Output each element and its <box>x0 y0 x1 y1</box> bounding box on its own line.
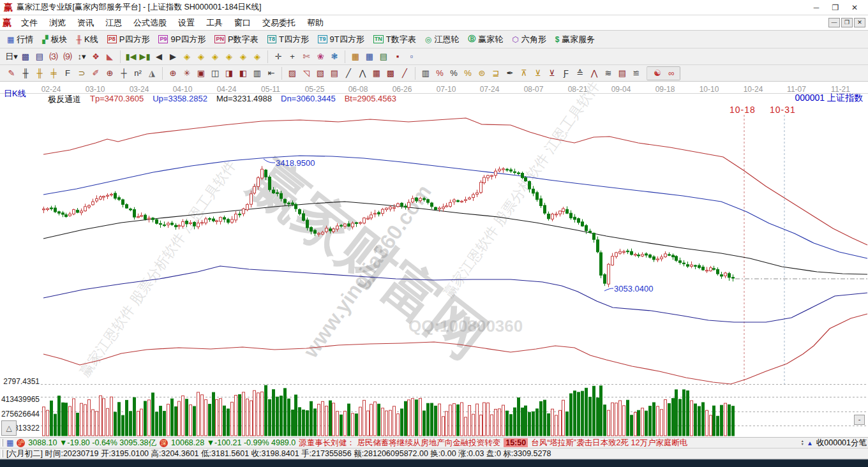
menu-6[interactable]: 设置 <box>172 16 200 30</box>
peak-tool-icon[interactable]: ⋀ <box>587 67 601 80</box>
trend-line-icon[interactable]: ╱ <box>341 67 355 80</box>
menu-4[interactable]: 江恩 <box>100 16 128 30</box>
spiral-icon[interactable]: ⊃ <box>75 67 89 80</box>
pen-icon[interactable]: ✐ <box>89 67 103 80</box>
brush-icon[interactable]: ✎ <box>4 67 19 80</box>
multi-window-icon[interactable]: ▩ <box>19 50 33 63</box>
ma9-icon[interactable]: ⑼ <box>61 50 75 63</box>
minimize-icon[interactable]: ─ <box>807 3 826 12</box>
gann-diamond-left-icon[interactable]: ◈ <box>180 50 194 63</box>
square-grid-icon[interactable]: ▦ <box>370 67 384 80</box>
market-quotes-button[interactable]: ▦行情 <box>3 32 38 47</box>
gold-circle-icon[interactable]: ⊜ <box>475 67 489 80</box>
kline-chart[interactable] <box>0 82 868 438</box>
square-number-icon[interactable]: n² <box>131 67 145 80</box>
pattern-brain-icon[interactable]: ❃ <box>327 50 341 63</box>
dense-grid-icon[interactable]: ▩ <box>384 67 398 80</box>
color-volume-icon[interactable]: ◣ <box>103 50 117 63</box>
gann-star-icon[interactable]: ✳ <box>180 67 194 80</box>
band-box-icon[interactable]: ▤ <box>327 67 341 80</box>
export-icon[interactable]: ▫ <box>405 50 419 63</box>
gann-diamond-grid-icon[interactable]: ◈ <box>250 50 264 63</box>
menu-3[interactable]: 资讯 <box>71 16 100 30</box>
circle-cross-icon[interactable]: ⊕ <box>103 67 117 80</box>
flag-icon[interactable]: ◮ <box>145 67 159 80</box>
congruent-icon[interactable]: ≌ <box>629 67 643 80</box>
gann-diamond-right-icon[interactable]: ◈ <box>194 50 208 63</box>
close-icon[interactable]: ✕ <box>845 3 864 12</box>
menu-1[interactable]: 文件 <box>15 16 43 30</box>
menu-7[interactable]: 工具 <box>200 16 228 30</box>
gann-circle-icon[interactable]: ⊕ <box>166 67 180 80</box>
ray-line-icon[interactable]: ╱ <box>398 67 412 80</box>
gann-box-icon[interactable]: ▣ <box>194 67 208 80</box>
t-square-button[interactable]: T8T四方形 <box>263 32 313 47</box>
gann-wheel-button[interactable]: ◎江恩轮 <box>421 32 463 47</box>
rose-tool-icon[interactable]: ❀ <box>313 50 327 63</box>
child-minimize-icon[interactable]: — <box>828 18 840 27</box>
extend-left-icon[interactable]: ⇤ <box>264 67 278 80</box>
ruler-grid-icon[interactable]: ▥ <box>250 67 264 80</box>
menu-5[interactable]: 公式选股 <box>128 16 172 30</box>
collapse-panel-button[interactable]: △ <box>1 420 17 436</box>
nine-t-square-button[interactable]: T99T四方形 <box>313 32 369 47</box>
prev-bar-icon[interactable]: ◀ <box>152 50 166 63</box>
save-icon[interactable]: ▪ <box>391 50 405 63</box>
measure-icon[interactable]: ✄ <box>299 50 313 63</box>
ladder-icon[interactable]: ▤ <box>615 67 629 80</box>
fan-lines-icon[interactable]: ◹ <box>299 67 313 80</box>
cross-grid-icon[interactable]: ┼ <box>117 67 131 80</box>
menu-10[interactable]: 帮助 <box>301 16 329 30</box>
p-number-table-button[interactable]: PNP数字表 <box>210 32 262 47</box>
first-bar-icon[interactable]: ▮◀ <box>124 50 138 63</box>
calendar-icon[interactable]: ▦ <box>348 50 363 63</box>
gold-box-icon[interactable]: ⊒ <box>489 67 503 80</box>
gann-diamond-vertical-icon[interactable]: ◈ <box>236 50 250 63</box>
notepad-icon[interactable]: ▤ <box>377 50 391 63</box>
zigzag-icon[interactable]: ⋀ <box>355 67 370 80</box>
bar-style-dropdown[interactable]: ↕▾ <box>75 50 89 63</box>
win-grid-icon[interactable]: ◧ <box>236 67 250 80</box>
calculator-icon[interactable]: ▦ <box>363 50 377 63</box>
winner-service-button[interactable]: $赢家服务 <box>551 32 600 47</box>
ticker-scroll-spinner[interactable]: ▴▾ <box>802 440 804 446</box>
shen-grid-icon[interactable]: ◨ <box>222 67 236 80</box>
child-close-icon[interactable]: ✕ <box>854 18 865 27</box>
quote-panel-icon[interactable]: ▤ <box>33 50 47 63</box>
news-ticker-2[interactable]: 台风“塔拉斯”袭击日本致2死 12万户家庭断电 <box>531 438 687 448</box>
gann-diamond-contract-icon[interactable]: ◈ <box>222 50 236 63</box>
tick-data-label[interactable]: 收000001分笔 <box>816 438 867 448</box>
p-square-button[interactable]: P8P四方形 <box>103 32 154 47</box>
market-grid-icon[interactable]: ▦ <box>6 438 13 447</box>
ma3-icon[interactable]: ⑶ <box>47 50 61 63</box>
grid-tool-icon[interactable]: ╫ <box>19 67 33 80</box>
child-restore-icon[interactable]: ❐ <box>841 18 853 27</box>
wedge-red-icon[interactable]: ⊻ <box>545 67 559 80</box>
pattern-search-icon[interactable]: ❖ <box>89 50 103 63</box>
restore-icon[interactable]: ❐ <box>826 3 845 12</box>
kline-period-dropdown[interactable]: 日▾ <box>4 50 19 63</box>
pan-hand-icon[interactable]: ✛ <box>271 50 285 63</box>
split-box-icon[interactable]: ◫ <box>208 67 222 80</box>
gold-ratio-icon[interactable]: ╪ <box>47 67 61 80</box>
equal-angle-icon[interactable]: ≙ <box>573 67 587 80</box>
percent-icon[interactable]: % <box>447 67 461 80</box>
shrink-button[interactable]: - <box>854 415 865 425</box>
gann-diamond-expand-icon[interactable]: ◈ <box>208 50 222 63</box>
f-line-icon[interactable]: Ƒ <box>559 67 573 80</box>
crosshair-icon[interactable]: + <box>285 50 299 63</box>
sectors-button[interactable]: ▞板块 <box>38 32 71 47</box>
gold-grid-icon[interactable]: ╫ <box>33 67 47 80</box>
percent-gold-icon[interactable]: % <box>461 67 475 80</box>
winner-wheel-button[interactable]: Ⓑ赢家轮 <box>463 32 507 47</box>
fibonacci-icon[interactable]: F <box>61 67 75 80</box>
hexagon-button[interactable]: ⬡六角形 <box>507 32 550 47</box>
infinity-icon[interactable]: ∞ <box>664 67 678 80</box>
wedge-gold-icon[interactable]: ⊻ <box>531 67 545 80</box>
last-bar-icon[interactable]: ▶▮ <box>138 50 152 63</box>
ink-pen-icon[interactable]: ✒ <box>503 67 517 80</box>
percent-red-icon[interactable]: % <box>433 67 447 80</box>
column-tool-icon[interactable]: ▥ <box>419 67 433 80</box>
angle-gold-icon[interactable]: ⊼ <box>517 67 531 80</box>
t-number-table-button[interactable]: TNT数字表 <box>369 32 421 47</box>
